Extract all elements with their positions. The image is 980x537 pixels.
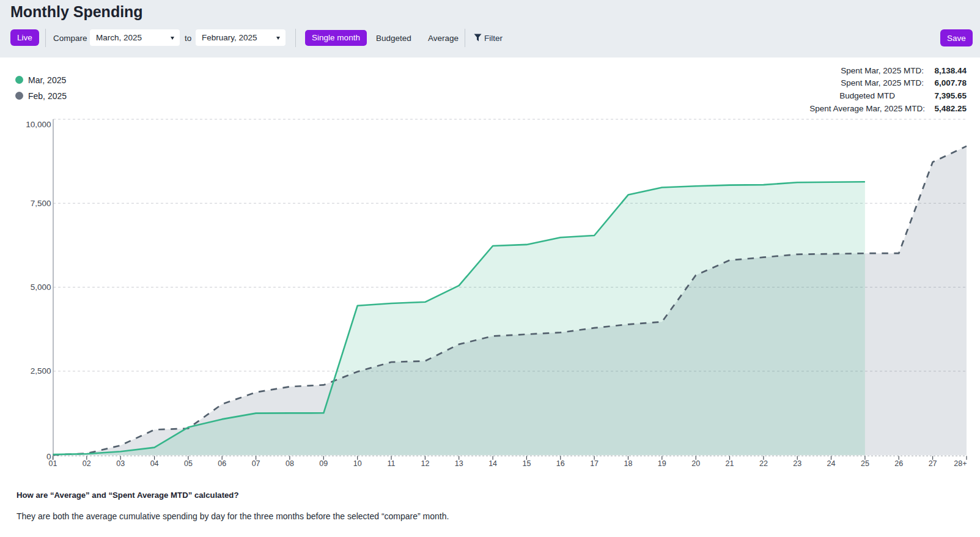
svg-text:12: 12 (421, 459, 429, 468)
svg-text:02: 02 (83, 459, 91, 468)
svg-text:25: 25 (861, 459, 869, 468)
svg-text:13: 13 (455, 459, 463, 468)
svg-text:16: 16 (556, 459, 565, 468)
svg-text:15: 15 (522, 459, 531, 468)
svg-text:09: 09 (319, 459, 328, 468)
svg-text:03: 03 (116, 459, 125, 468)
svg-text:22: 22 (759, 459, 768, 468)
svg-text:06: 06 (218, 459, 226, 468)
svg-text:20: 20 (691, 459, 700, 468)
svg-text:10: 10 (353, 459, 362, 468)
svg-text:2,500: 2,500 (31, 366, 51, 376)
svg-text:14: 14 (488, 459, 497, 468)
svg-text:27: 27 (929, 459, 937, 468)
svg-text:10,000: 10,000 (26, 120, 51, 129)
svg-text:28+: 28+ (954, 459, 967, 468)
svg-text:07: 07 (252, 459, 260, 468)
svg-text:23: 23 (793, 459, 801, 468)
svg-text:5,000: 5,000 (31, 283, 51, 292)
svg-text:11: 11 (388, 459, 396, 468)
svg-text:01: 01 (49, 459, 57, 468)
svg-text:21: 21 (726, 459, 734, 468)
svg-text:24: 24 (827, 459, 836, 468)
svg-text:04: 04 (150, 459, 159, 468)
svg-text:17: 17 (590, 459, 599, 468)
svg-text:26: 26 (894, 459, 903, 468)
svg-text:7,500: 7,500 (31, 199, 51, 208)
svg-text:05: 05 (184, 459, 193, 468)
svg-text:19: 19 (658, 459, 666, 468)
svg-text:18: 18 (624, 459, 633, 468)
svg-text:08: 08 (286, 459, 294, 468)
